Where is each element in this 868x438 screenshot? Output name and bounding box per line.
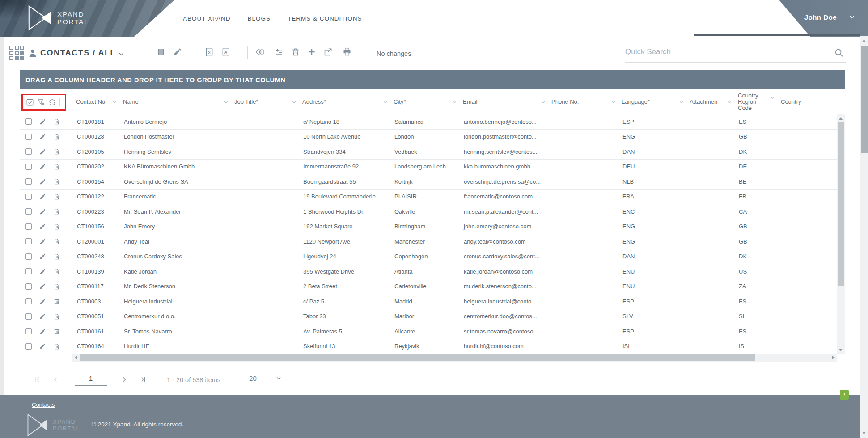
nav-blogs[interactable]: BLOGS — [248, 15, 271, 22]
page-scrollbar[interactable] — [860, 36, 868, 438]
row-delete-icon[interactable] — [54, 223, 60, 230]
row-edit-icon[interactable] — [39, 118, 46, 125]
user-name[interactable]: John Doe — [804, 13, 837, 21]
column-header-contact-no[interactable]: Contact No. — [72, 89, 119, 114]
next-page-button[interactable] — [120, 375, 128, 385]
user-menu-chevron-icon[interactable] — [848, 13, 855, 21]
row-checkbox[interactable] — [25, 283, 32, 290]
search-icon[interactable] — [834, 47, 844, 58]
group-by-bar[interactable]: DRAG A COLUMN HEADER AND DROP IT HERE TO… — [20, 70, 845, 89]
column-header-email[interactable]: Email — [459, 89, 548, 114]
current-page-number[interactable]: 1 — [75, 375, 107, 386]
row-checkbox[interactable] — [25, 178, 32, 185]
row-checkbox[interactable] — [25, 148, 32, 155]
clear-filter-icon[interactable] — [37, 98, 45, 106]
row-edit-icon[interactable] — [39, 298, 46, 305]
row-edit-icon[interactable] — [39, 163, 46, 170]
scroll-down-arrow-icon[interactable] — [839, 349, 843, 351]
table-row[interactable]: CT000161 Sr. Tomas Navarro Av. Palmeras … — [20, 324, 837, 339]
row-checkbox[interactable] — [25, 164, 32, 170]
table-row[interactable]: CT000117 Mr. Derik Stenerson 2 Beta Stre… — [20, 279, 837, 295]
row-delete-icon[interactable] — [54, 133, 60, 140]
column-header-job-title[interactable]: Job Title* — [231, 89, 299, 114]
row-edit-icon[interactable] — [39, 328, 46, 335]
row-edit-icon[interactable] — [39, 253, 46, 260]
row-delete-icon[interactable] — [54, 148, 60, 155]
row-edit-icon[interactable] — [39, 313, 46, 320]
column-header-phone-no[interactable]: Phone No. — [548, 89, 618, 114]
table-row[interactable]: CT000128 London Postmaster 10 North Lake… — [20, 130, 837, 145]
column-header-attachment[interactable]: Attachmen — [686, 89, 734, 114]
table-row[interactable]: CT000051 Centromerkur d.o.o. Tabor 23 Ma… — [20, 309, 837, 324]
row-checkbox[interactable] — [25, 208, 32, 215]
column-menu-chevron-icon[interactable] — [540, 99, 546, 105]
page-scroll-up-arrow-icon[interactable] — [862, 39, 866, 42]
row-delete-icon[interactable] — [54, 193, 60, 200]
last-page-button[interactable] — [139, 375, 147, 385]
row-delete-icon[interactable] — [54, 298, 60, 305]
row-checkbox[interactable] — [25, 313, 32, 320]
brand-logo[interactable]: XPAND PORTAL — [28, 4, 89, 31]
row-delete-icon[interactable] — [54, 253, 60, 260]
view-selector-chevron-icon[interactable] — [117, 50, 125, 58]
row-checkbox[interactable] — [25, 343, 32, 350]
app-grid-icon[interactable] — [9, 46, 25, 61]
quick-search-input[interactable] — [625, 43, 822, 61]
row-edit-icon[interactable] — [39, 268, 46, 275]
select-all-check-icon[interactable] — [26, 98, 34, 106]
column-menu-chevron-icon[interactable] — [610, 99, 616, 105]
row-checkbox[interactable] — [25, 118, 32, 125]
row-delete-icon[interactable] — [54, 163, 60, 170]
row-edit-icon[interactable] — [39, 133, 46, 140]
row-checkbox[interactable] — [25, 134, 32, 140]
table-row[interactable]: CT000122 Francematic 19 Boulevard Comman… — [20, 190, 837, 205]
grid-horizontal-scrollbar[interactable] — [72, 354, 837, 362]
row-delete-icon[interactable] — [54, 118, 60, 125]
column-header-language[interactable]: Language* — [618, 89, 686, 114]
edit-button[interactable] — [173, 47, 182, 58]
row-edit-icon[interactable] — [39, 148, 46, 155]
row-delete-icon[interactable] — [54, 328, 60, 335]
row-edit-icon[interactable] — [39, 223, 46, 230]
row-checkbox[interactable] — [25, 253, 32, 260]
row-edit-icon[interactable] — [39, 178, 46, 185]
row-edit-icon[interactable] — [39, 208, 46, 215]
page-scroll-down-arrow-icon[interactable] — [862, 432, 866, 434]
scroll-up-arrow-icon[interactable] — [839, 117, 843, 120]
column-header-country-region-code[interactable]: Country Region Code — [734, 89, 777, 114]
row-checkbox[interactable] — [25, 328, 32, 334]
nav-terms-conditions[interactable]: TERMS & CONDITIONS — [288, 15, 362, 22]
table-row[interactable]: CT000154 Overschrijd de Grens SA Boomgaa… — [20, 174, 837, 190]
page-size-dropdown[interactable]: 20 — [244, 375, 285, 385]
notifications-bell-icon[interactable] — [782, 12, 793, 22]
row-edit-icon[interactable] — [39, 193, 46, 200]
column-header-city[interactable]: City* — [390, 89, 459, 114]
column-header-address[interactable]: Address* — [299, 89, 390, 114]
first-page-button[interactable] — [34, 375, 42, 385]
grid-vertical-scrollbar[interactable] — [837, 114, 845, 354]
previous-page-button[interactable] — [51, 375, 59, 385]
table-row[interactable]: CT100156 John Emory 192 Market Square Bi… — [20, 219, 837, 235]
table-row[interactable]: CT100139 Katie Jordan 395 Westgate Drive… — [20, 264, 837, 279]
table-row[interactable]: CT200105 Henning Serritslev Strandvejen … — [20, 144, 837, 160]
row-delete-icon[interactable] — [54, 178, 60, 185]
table-row[interactable]: CT000248 Cronus Cardoxy Sales Ligeudvej … — [20, 249, 837, 265]
column-menu-chevron-icon[interactable] — [770, 95, 775, 101]
footer-contacts-link[interactable]: Contacts — [32, 401, 55, 408]
row-delete-icon[interactable] — [54, 268, 60, 275]
column-header-country[interactable]: Country — [777, 89, 837, 114]
add-row-button[interactable] — [274, 47, 284, 58]
row-edit-icon[interactable] — [39, 283, 46, 290]
column-menu-chevron-icon[interactable] — [727, 99, 733, 105]
table-row[interactable]: CT000223 Mr. Sean P. Alexander 1 Sherwoo… — [20, 204, 837, 219]
table-row[interactable]: CT100181 Antonio Bermejo c/ Neptuno 18 S… — [20, 114, 837, 130]
row-checkbox[interactable] — [25, 223, 32, 230]
row-delete-icon[interactable] — [54, 343, 60, 350]
row-edit-icon[interactable] — [39, 343, 46, 350]
row-checkbox[interactable] — [25, 238, 32, 244]
table-row[interactable]: CT000164 Hurdir HF Skeifunni 13 Reykjavi… — [20, 339, 837, 354]
row-delete-icon[interactable] — [54, 283, 60, 290]
row-delete-icon[interactable] — [54, 208, 60, 215]
export-pdf-button[interactable]: A — [221, 47, 230, 59]
toggle-view-button[interactable] — [254, 47, 266, 58]
